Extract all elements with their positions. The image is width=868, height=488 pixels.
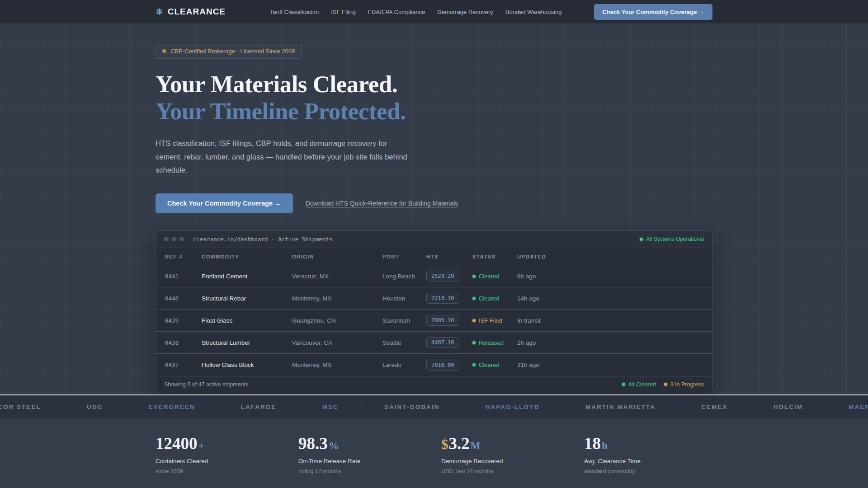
cell-port: Savannah xyxy=(382,310,426,332)
nav-link-tariff-classification[interactable]: Tariff Classification xyxy=(270,9,319,15)
table-row: 0438Structural LumberVancouver, CASeattl… xyxy=(156,332,712,354)
stat-label: Containers Cleared xyxy=(156,458,298,465)
cell-origin: Monterrey, MX xyxy=(292,287,382,310)
cleared-count-badge: 44 Cleared xyxy=(622,381,656,388)
cell-updated: 6h ago xyxy=(517,265,712,287)
status-dot-icon xyxy=(472,341,476,344)
brand-logo[interactable]: ❄ CLEARANCE xyxy=(156,7,226,17)
partner-logo-band: NUCOR STEEL·USG·EVERGREEN·LAFARGE·MSC·SA… xyxy=(0,394,868,418)
partner-logo: USG xyxy=(87,404,103,410)
cell-status: ISF Filed xyxy=(472,310,517,332)
table-header-row: REF # COMMODITY ORIGIN PORT HTS STATUS U… xyxy=(156,248,712,265)
col-status: STATUS xyxy=(472,248,517,265)
nav-links: Tariff ClassificationISF FilingFDA/EPA C… xyxy=(270,9,561,15)
hts-code-chip: 7213.10 xyxy=(426,293,459,304)
cell-updated: 31h ago xyxy=(517,354,712,376)
cleared-count-label: 44 Cleared xyxy=(628,381,656,388)
cell-commodity: Structural Lumber xyxy=(201,332,292,354)
nav-link-bonded-warehousing[interactable]: Bonded Warehousing xyxy=(505,9,562,15)
nav-link-demurrage-recovery[interactable]: Demurrage Recovery xyxy=(437,9,493,15)
amber-dot-icon xyxy=(664,383,667,386)
cell-commodity: Hollow Glass Block xyxy=(201,354,292,376)
status-badge: Cleared xyxy=(472,273,516,280)
partner-logo: EVERGREEN xyxy=(149,404,195,410)
cell-port: Long Beach xyxy=(382,265,426,287)
col-ref: REF # xyxy=(156,248,201,265)
stat-label: Avg. Clearance Time xyxy=(584,458,712,465)
status-label: Cleared xyxy=(479,273,500,280)
hero-section: CBP-Certified Brokerage · Licensed Since… xyxy=(0,23,868,394)
table-row: 0440Structural RebarMonterrey, MXHouston… xyxy=(156,287,712,310)
green-dot-icon xyxy=(622,383,625,386)
cell-commodity: Portland Cement xyxy=(201,265,292,287)
stats-section: 12400+Containers Clearedsince 200998.3%O… xyxy=(0,418,868,488)
partner-logo: LAFARGE xyxy=(241,404,277,410)
stat-label: Demurrage Recovered xyxy=(441,458,584,465)
cell-ref: 0441 xyxy=(156,265,201,287)
download-hts-link[interactable]: Download HTS Quick-Reference for Buildin… xyxy=(306,200,458,207)
cell-origin: Veracruz, MX xyxy=(292,265,382,287)
nav-cta-button[interactable]: Check Your Commodity Coverage → xyxy=(594,4,712,20)
partner-logo: HAPAG-LLOYD xyxy=(486,404,540,410)
stat-value: 98.3% xyxy=(298,435,441,452)
col-port: PORT xyxy=(382,248,426,265)
snowflake-icon: ❄ xyxy=(156,7,163,16)
status-badge: Released xyxy=(472,339,516,346)
logo-separator: · xyxy=(561,404,563,410)
cell-hts: 7213.10 xyxy=(426,287,472,310)
stat-suffix: + xyxy=(198,440,204,451)
partner-logo: MAERSK xyxy=(849,404,868,410)
top-nav: ❄ CLEARANCE Tariff ClassificationISF Fil… xyxy=(0,0,868,23)
cell-ref: 0438 xyxy=(156,332,201,354)
shipments-tbody: 0441Portland CementVeracruz, MXLong Beac… xyxy=(156,265,712,376)
window-dots-icon xyxy=(164,237,184,241)
dashboard-titlebar: clearance.io/dashboard · Active Shipment… xyxy=(156,231,712,248)
dashboard-url: clearance.io/dashboard · Active Shipment… xyxy=(193,236,333,243)
col-commodity: COMMODITY xyxy=(201,248,292,265)
logo-strip: NUCOR STEEL·USG·EVERGREEN·LAFARGE·MSC·SA… xyxy=(0,404,868,410)
primary-cta-button[interactable]: Check Your Commodity Coverage → xyxy=(156,193,293,213)
stat-value: $3.2M xyxy=(441,435,584,452)
stat-prefix: $ xyxy=(441,436,448,452)
stat-item: 18hAvg. Clearance Timestandard commodity xyxy=(584,435,712,474)
status-label: Cleared xyxy=(479,361,500,368)
stats-grid: 12400+Containers Clearedsince 200998.3%O… xyxy=(156,435,712,474)
nav-link-isf-filing[interactable]: ISF Filing xyxy=(331,9,356,15)
partner-logo: NUCOR STEEL xyxy=(0,404,41,410)
status-label: Cleared xyxy=(479,295,500,302)
system-status-label: All Systems Operational xyxy=(646,236,704,242)
cell-commodity: Structural Rebar xyxy=(201,287,292,310)
shipments-table: REF # COMMODITY ORIGIN PORT HTS STATUS U… xyxy=(156,248,712,376)
logo-separator: · xyxy=(825,404,826,410)
stat-sublabel: USD, last 24 months xyxy=(441,468,584,474)
nav-link-fda-epa-compliance[interactable]: FDA/EPA Compliance xyxy=(368,9,425,15)
stat-item: $3.2MDemurrage RecoveredUSD, last 24 mon… xyxy=(441,435,584,474)
cell-status: Released xyxy=(472,332,517,354)
stat-item: 98.3%On-Time Release Raterolling 12 mont… xyxy=(298,435,441,474)
cell-origin: Guangzhou, CN xyxy=(292,310,382,332)
hts-code-chip: 7005.10 xyxy=(426,315,459,326)
col-origin: ORIGIN xyxy=(292,248,382,265)
hts-code-chip: 2523.29 xyxy=(426,271,459,282)
cell-port: Laredo xyxy=(382,354,426,376)
headline-line2: Your Timeline Protected. xyxy=(156,98,406,124)
status-dot-icon xyxy=(472,363,476,366)
cell-updated: 14h ago xyxy=(517,287,712,310)
in-progress-count-badge: 3 In Progress xyxy=(664,381,704,388)
status-dot-icon xyxy=(472,275,476,278)
dashboard-footer: Showing 5 of 47 active shipments 44 Clea… xyxy=(156,376,712,393)
stat-suffix: M xyxy=(471,440,481,451)
status-dot-icon xyxy=(472,297,476,300)
cell-hts: 2523.29 xyxy=(426,265,472,287)
hts-code-chip: 4407.10 xyxy=(426,337,459,348)
certification-badge: CBP-Certified Brokerage · Licensed Since… xyxy=(156,44,302,59)
status-badge: ISF Filed xyxy=(472,317,516,324)
system-status-badge: All Systems Operational xyxy=(640,236,704,242)
dashboard-card: clearance.io/dashboard · Active Shipment… xyxy=(156,230,712,393)
cell-ref: 0439 xyxy=(156,310,201,332)
partner-logo: CEMEX xyxy=(701,404,727,410)
stat-suffix: % xyxy=(329,440,339,451)
cell-hts: 7016.90 xyxy=(426,354,472,376)
stat-sublabel: standard commodity xyxy=(584,468,712,474)
stat-sublabel: since 2009 xyxy=(156,468,298,474)
